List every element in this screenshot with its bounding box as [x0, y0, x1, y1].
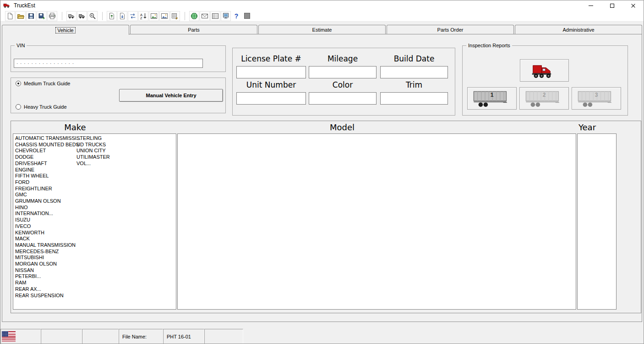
image-icon[interactable]	[149, 11, 159, 21]
help-icon[interactable]: ?	[231, 11, 241, 21]
trailer-number: 2	[543, 92, 546, 98]
table-edit-icon[interactable]	[170, 11, 180, 21]
mileage-input[interactable]	[309, 66, 377, 78]
computer-icon[interactable]	[221, 11, 231, 21]
make-item[interactable]: AUTOMATIC TRANSMISSI...	[15, 135, 75, 142]
make-item[interactable]: PETERBI...	[15, 273, 75, 280]
toolbar-separator	[62, 12, 62, 20]
transfer-icon[interactable]	[128, 11, 138, 21]
unit-number-input[interactable]	[236, 92, 306, 105]
status-cell-flag	[0, 329, 41, 344]
mail-icon[interactable]	[200, 11, 210, 21]
vin-input[interactable]	[14, 59, 203, 68]
file-name-value: PHT 16-01	[167, 334, 191, 339]
medium-truck-guide-label: Medium Truck Guide	[24, 81, 70, 86]
file-name-label: File Name:	[122, 334, 147, 339]
doc-import-icon[interactable]	[117, 11, 127, 21]
make-item[interactable]: MORGAN OLSON	[15, 261, 75, 267]
make-item[interactable]: FIFTH WHEEL	[15, 173, 75, 179]
tab-estimate[interactable]: Estimate	[258, 25, 386, 34]
make-item[interactable]: UD TRUCKS	[76, 142, 136, 148]
app-window: TruckEst	[0, 0, 644, 344]
radio-medium-truck-guide[interactable]: Medium Truck Guide	[16, 81, 70, 86]
open-folder-icon[interactable]	[16, 11, 26, 21]
file-name-label-cell: File Name:	[119, 329, 163, 344]
model-list[interactable]	[177, 133, 576, 310]
build-date-label: Build Date	[380, 54, 448, 63]
status-cell-3	[82, 329, 119, 344]
red-truck-icon	[530, 62, 559, 79]
minimize-icon	[589, 6, 593, 6]
make-item[interactable]: UNION CITY	[76, 148, 136, 154]
make-item[interactable]: INTERNATION...	[15, 211, 75, 217]
inspection-trailer-3-button[interactable]: 3	[572, 87, 621, 110]
manual-vehicle-entry-button[interactable]: Manual Vehicle Entry	[119, 89, 223, 102]
radio-selected-icon	[16, 81, 21, 86]
inspection-trailer-2-button[interactable]: 2	[519, 87, 569, 110]
make-item[interactable]: VOL...	[76, 161, 136, 167]
inspection-reports-label: Inspection Reports	[466, 43, 512, 48]
save-icon[interactable]	[26, 11, 36, 21]
zoom-icon[interactable]	[87, 11, 98, 21]
license-plate-input[interactable]	[236, 66, 306, 78]
list-view-icon[interactable]	[210, 11, 220, 21]
globe-icon[interactable]	[189, 11, 199, 21]
make-item[interactable]: CHEVROLET	[15, 148, 75, 154]
make-item[interactable]: MACK	[15, 236, 75, 242]
save-export-icon[interactable]	[37, 11, 47, 21]
doc-export-icon[interactable]	[107, 11, 117, 21]
tab-vehicle[interactable]: Vehicle	[2, 25, 129, 35]
make-list[interactable]: AUTOMATIC TRANSMISSI...CHASSIS MOUNTED B…	[13, 133, 176, 310]
build-date-input[interactable]	[380, 66, 448, 78]
make-item[interactable]: GMC	[15, 192, 75, 198]
tab-parts[interactable]: Parts	[130, 25, 257, 34]
make-item[interactable]: CHASSIS MOUNTED BEDS	[15, 142, 75, 148]
make-item[interactable]: RAM	[15, 280, 75, 286]
make-item[interactable]: MERCEDES-BENZ	[15, 249, 75, 255]
inspection-trailer-1-button[interactable]: 1	[467, 87, 517, 110]
close-button[interactable]	[622, 0, 644, 11]
make-item[interactable]: KENWORTH	[15, 230, 75, 236]
make-item[interactable]: NISSAN	[15, 267, 75, 274]
print-icon[interactable]	[47, 11, 57, 21]
make-item[interactable]: STERLING	[76, 135, 136, 142]
sort-az-icon[interactable]: AZ	[138, 11, 148, 21]
make-item[interactable]: IVECO	[15, 223, 75, 230]
make-item[interactable]: DRIVESHAFT	[15, 161, 75, 167]
color-swatch-icon[interactable]	[242, 11, 252, 21]
status-cell-2	[41, 329, 82, 344]
make-item[interactable]: HINO	[15, 205, 75, 211]
make-item[interactable]: ENGINE	[15, 167, 75, 173]
tab-administrative[interactable]: Administrative	[515, 25, 642, 34]
trailer-number: 1	[491, 92, 494, 98]
make-item[interactable]: REAR AX...	[15, 286, 75, 293]
radio-heavy-truck-guide[interactable]: Heavy Truck Guide	[16, 104, 67, 110]
vehicle-selector: Make Model Year AUTOMATIC TRANSMISSI...C…	[11, 121, 641, 313]
new-document-icon[interactable]	[5, 11, 15, 21]
make-item[interactable]: ISUZU	[15, 217, 75, 223]
make-item[interactable]: FREIGHTLINER	[15, 186, 75, 192]
make-item[interactable]: GRUMMAN OLSON	[15, 198, 75, 205]
make-item[interactable]: UTILIMASTER	[76, 154, 136, 161]
make-list-column-2: STERLINGUD TRUCKSUNION CITYUTILIMASTERVO…	[76, 135, 136, 167]
color-input[interactable]	[309, 92, 377, 105]
tab-parts-order[interactable]: Parts Order	[387, 25, 514, 34]
make-item[interactable]: MANUAL TRANSMISSION	[15, 242, 75, 249]
make-item[interactable]: DODGE	[15, 154, 75, 161]
make-item[interactable]: REAR SUSPENSION	[15, 293, 75, 299]
trim-input[interactable]	[380, 92, 448, 105]
license-plate-label: License Plate #	[236, 54, 306, 63]
maximize-button[interactable]	[601, 0, 622, 11]
year-list[interactable]	[577, 133, 617, 310]
inspection-truck-button[interactable]	[520, 59, 569, 82]
vin-group-label: VIN	[15, 43, 27, 48]
make-list-column-1: AUTOMATIC TRANSMISSI...CHASSIS MOUNTED B…	[15, 135, 75, 299]
window-title: TruckEst	[14, 2, 35, 9]
minimize-button[interactable]	[580, 0, 601, 11]
make-item[interactable]: MITSUBISHI	[15, 255, 75, 261]
truck-side-icon[interactable]	[77, 11, 87, 21]
image-alt-icon[interactable]	[159, 11, 169, 21]
truck-front-icon[interactable]	[66, 11, 76, 21]
make-item[interactable]: FORD	[15, 179, 75, 186]
color-label: Color	[309, 80, 377, 89]
